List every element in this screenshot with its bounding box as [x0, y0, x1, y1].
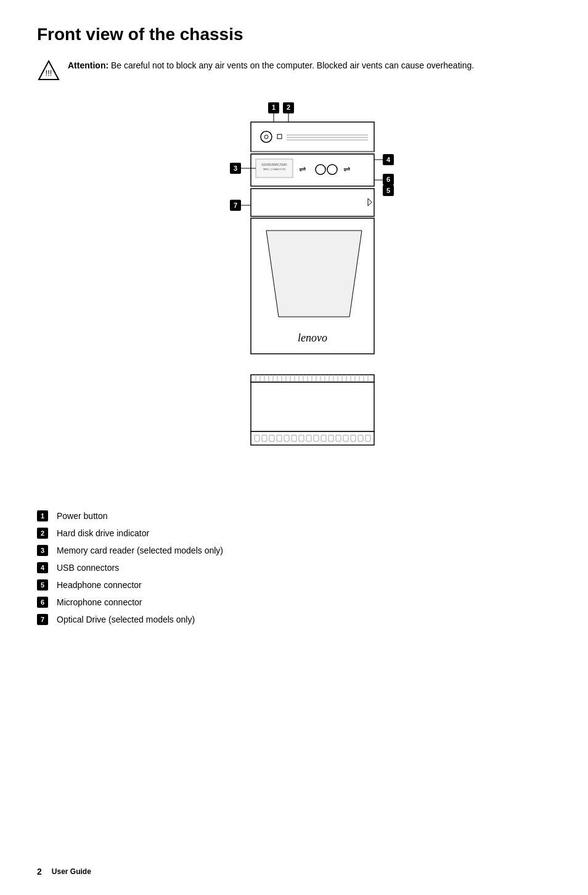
svg-rect-85 [358, 435, 363, 441]
svg-rect-72 [262, 435, 267, 441]
svg-text:!!!: !!! [46, 68, 52, 78]
svg-rect-80 [321, 435, 326, 441]
legend-label-4: USB connectors [57, 563, 119, 573]
legend-item-7: 7 Optical Drive (selected models only) [37, 614, 551, 625]
badge-7: 7 [37, 614, 48, 625]
legend-label-1: Power button [57, 511, 108, 521]
svg-rect-84 [351, 435, 356, 441]
svg-rect-73 [269, 435, 274, 441]
svg-text:1: 1 [272, 104, 276, 111]
legend-label-5: Headphone connector [57, 580, 142, 590]
svg-point-9 [264, 135, 268, 139]
svg-text:lenovo: lenovo [298, 332, 327, 344]
svg-rect-78 [306, 435, 311, 441]
svg-rect-41 [251, 375, 374, 382]
svg-text:2: 2 [287, 104, 290, 111]
chassis-svg: 1 2 SD/MS/MMC/SMS MMC | [165, 101, 423, 483]
badge-5: 5 [37, 579, 48, 591]
diagram-container: 1 2 SD/MS/MMC/SMS MMC | [37, 101, 551, 486]
attention-body: Be careful not to block any air vents on… [111, 60, 474, 70]
attention-box: !!! Attention: Be careful not to block a… [37, 59, 551, 83]
chassis-diagram: 1 2 SD/MS/MMC/SMS MMC | [165, 101, 423, 486]
attention-icon: !!! [37, 59, 60, 83]
legend-item-3: 3 Memory card reader (selected models on… [37, 545, 551, 556]
badge-4: 4 [37, 562, 48, 573]
badge-2: 2 [37, 528, 48, 539]
page-title: Front view of the chassis [37, 25, 551, 44]
svg-rect-37 [251, 189, 374, 216]
badge-6: 6 [37, 597, 48, 608]
legend-item-4: 4 USB connectors [37, 562, 551, 573]
badge-1: 1 [37, 510, 48, 521]
svg-rect-75 [284, 435, 289, 441]
footer: 2 User Guide [37, 867, 91, 877]
legend-label-2: Hard disk drive indicator [57, 528, 149, 538]
legend-label-3: Memory card reader (selected models only… [57, 546, 223, 555]
legend-list: 1 Power button 2 Hard disk drive indicat… [37, 510, 551, 625]
svg-rect-69 [251, 382, 374, 431]
svg-rect-86 [365, 435, 370, 441]
footer-page-number: 2 [37, 867, 42, 877]
attention-label: Attention: [68, 60, 108, 70]
svg-text:MMC | LUMA/CF2/0: MMC | LUMA/CF2/0 [263, 168, 286, 171]
footer-label: User Guide [52, 867, 91, 876]
svg-rect-10 [277, 134, 282, 139]
svg-point-21 [327, 165, 337, 174]
svg-rect-81 [329, 435, 333, 441]
svg-text:⇌: ⇌ [299, 164, 306, 174]
svg-rect-83 [343, 435, 348, 441]
badge-3: 3 [37, 545, 48, 556]
svg-rect-76 [292, 435, 296, 441]
svg-rect-79 [314, 435, 319, 441]
svg-text:SD/MS/MMC/SMS: SD/MS/MMC/SMS [261, 163, 287, 166]
svg-text:7: 7 [234, 202, 237, 209]
svg-text:6: 6 [386, 176, 390, 183]
svg-text:4: 4 [386, 156, 391, 163]
attention-text: Attention: Be careful not to block any a… [68, 59, 474, 72]
svg-rect-82 [336, 435, 341, 441]
svg-text:3: 3 [234, 165, 237, 172]
legend-item-5: 5 Headphone connector [37, 579, 551, 591]
legend-label-6: Microphone connector [57, 597, 142, 607]
svg-point-20 [316, 165, 325, 174]
svg-rect-71 [255, 435, 259, 441]
svg-rect-77 [299, 435, 304, 441]
svg-text:5: 5 [386, 187, 390, 194]
legend-item-6: 6 Microphone connector [37, 597, 551, 608]
legend-item-1: 1 Power button [37, 510, 551, 521]
legend-label-7: Optical Drive (selected models only) [57, 615, 195, 624]
svg-rect-74 [277, 435, 282, 441]
svg-text:⇌: ⇌ [343, 164, 351, 174]
legend-item-2: 2 Hard disk drive indicator [37, 528, 551, 539]
